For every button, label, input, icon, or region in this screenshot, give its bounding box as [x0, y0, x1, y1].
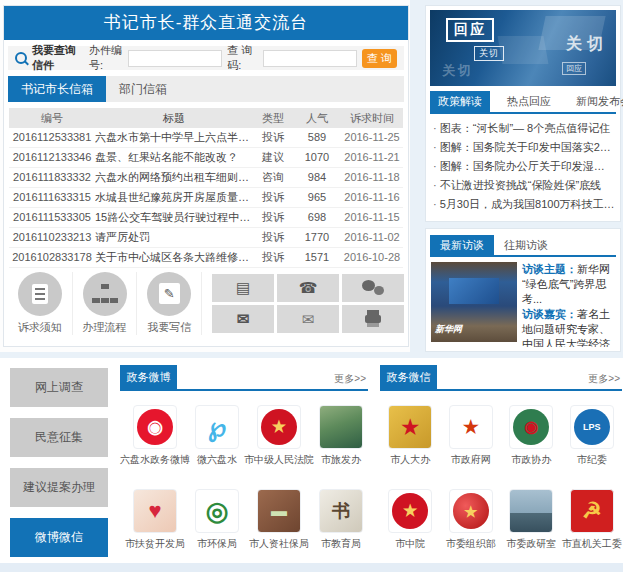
- letter-title[interactable]: 六盘水的网络预约出租车细则什么时候出台: [95, 168, 253, 187]
- weibo-account[interactable]: ℘ 微六盘水: [190, 405, 244, 467]
- heart-icon: ♥: [148, 500, 161, 522]
- weibo-account[interactable]: ◎ 市环保局: [190, 489, 244, 551]
- account-icon: ★: [388, 489, 432, 533]
- interview-panel: 最新访谈 往期访谈 新华网 访谈主题：新华网“绿色底气”跨界思考... 访谈嘉宾…: [425, 228, 621, 352]
- gov-weibo-header: 政务微博 更多>>: [120, 365, 368, 391]
- col-header-title: 标题: [95, 108, 253, 128]
- panel-title: 书记市长-群众直通交流台: [4, 6, 408, 40]
- bottom-section: 网上调查 民意征集 建议提案办理 微博微信 政务微博 更多>> ◉ 六盘水政务微…: [0, 358, 623, 563]
- letter-title[interactable]: 15路公交车驾驶员行驶过程中买早餐！: [95, 208, 253, 227]
- wechat-account[interactable]: ☭ 市直机关工委: [562, 489, 623, 551]
- letter-title[interactable]: 请严厉处罚: [95, 228, 253, 247]
- tab-latest-interview[interactable]: 最新访谈: [430, 235, 494, 255]
- sidebar-item-opinion-collection[interactable]: 民意征集: [10, 418, 108, 457]
- account-badge: [323, 409, 359, 445]
- account-label: 市政协办: [501, 453, 562, 467]
- tab-gov-wechat[interactable]: 政务微信: [380, 365, 437, 389]
- sidebar-item-weibo-wechat[interactable]: 微博微信: [10, 518, 108, 557]
- letter-type: 投诉: [253, 208, 293, 227]
- account-icon: ℘: [195, 405, 239, 449]
- mail-icon: [237, 310, 250, 328]
- letter-title[interactable]: 盘景、红果站名能不能改改？: [95, 148, 253, 167]
- letter-type: 建议: [253, 148, 293, 167]
- table-row[interactable]: 2016112133346 盘景、红果站名能不能改改？ 建议 1070 2016…: [9, 148, 403, 168]
- news-item[interactable]: 5月30日，成为我国8100万科技工作者的...: [433, 195, 615, 214]
- notice-icon: [18, 272, 62, 316]
- table-row[interactable]: 2016110233213 请严厉处罚 投诉 1770 2016-11-02: [9, 228, 403, 248]
- tab-press-conference[interactable]: 新闻发布会: [568, 91, 623, 112]
- news-item[interactable]: 图表：“河长制”— 8个亮点值得记住: [433, 119, 615, 138]
- national-emblem-icon: ★: [401, 417, 419, 437]
- table-row[interactable]: 2016112533381 六盘水市第十中学早上六点半就开始播放广... 投诉 …: [9, 128, 403, 148]
- account-icon: ◉: [509, 405, 553, 449]
- weibo-account[interactable]: 书 市教育局: [314, 489, 368, 551]
- action-bar: 诉求须知 办理流程 ✎ 我要写信: [8, 264, 404, 342]
- wechat-account[interactable]: ◉ 市政协办: [501, 405, 562, 467]
- letter-type: 投诉: [253, 188, 293, 207]
- printer-button[interactable]: [342, 305, 404, 333]
- news-item[interactable]: 不让激进投资挑战“保险姓保”底线: [433, 176, 615, 195]
- mailbox-tabs: 书记市长信箱 部门信箱: [8, 76, 404, 102]
- respond-concern-banner[interactable]: 回应 关切 关切 回应 关切: [430, 10, 616, 86]
- star-icon: ★: [272, 419, 286, 435]
- mail-open-button[interactable]: [277, 305, 339, 333]
- case-number-input[interactable]: [128, 50, 222, 67]
- weibo-account[interactable]: ★ 市中级人民法院: [244, 405, 314, 467]
- star-icon: ★: [403, 503, 417, 519]
- account-icon: ★: [257, 405, 301, 449]
- wechat-button[interactable]: [342, 274, 404, 302]
- letter-search-bar: 我要查询信件 办件编号: 查 询 码: 查 询: [8, 46, 404, 70]
- weibo-account[interactable]: ◉ 六盘水政务微博: [120, 405, 190, 467]
- table-row[interactable]: 2016111633315 水城县世纪豫苑房开房屋质量问题不处理！ 投诉 965…: [9, 188, 403, 208]
- interview-body: 新华网 访谈主题：新华网“绿色底气”跨界思考... 访谈嘉宾：著名土地问题研究专…: [431, 262, 616, 347]
- wechat-account[interactable]: LPS 市纪委: [562, 405, 623, 467]
- account-label: 市委组织部: [441, 537, 502, 551]
- sidebar-item-proposal-handling[interactable]: 建议提案办理: [10, 468, 108, 507]
- account-icon: ◎: [195, 489, 239, 533]
- contact-card-button[interactable]: [212, 274, 274, 302]
- tab-gov-weibo[interactable]: 政务微博: [120, 365, 177, 389]
- letters-table: 编号 标题 类型 人气 诉求时间 2016112533381 六盘水市第十中学早…: [9, 108, 403, 268]
- letter-title[interactable]: 六盘水市第十中学早上六点半就开始播放广...: [95, 128, 253, 147]
- appeal-notice-button[interactable]: 诉求须知: [8, 272, 73, 335]
- news-item[interactable]: 图解：国务院关于印发中国落实2030年...: [433, 138, 615, 157]
- tab-department-mailbox[interactable]: 部门信箱: [106, 76, 180, 102]
- wechat-account[interactable]: ★ 市委组织部: [441, 489, 502, 551]
- account-label: 市委政研室: [501, 537, 562, 551]
- more-link[interactable]: 更多>>: [588, 372, 620, 386]
- account-label: 市扶贫开发局: [120, 537, 190, 551]
- letter-date: 2016-11-18: [341, 168, 403, 187]
- tab-secretary-mayor-mailbox[interactable]: 书记市长信箱: [8, 76, 106, 102]
- tab-past-interviews[interactable]: 往期访谈: [494, 235, 558, 255]
- national-emblem-icon: ★: [463, 418, 479, 436]
- bottom-strip: [0, 563, 623, 572]
- letter-id: 2016111533305: [9, 208, 95, 227]
- table-row[interactable]: 2016111833332 六盘水的网络预约出租车细则什么时候出台 咨询 984…: [9, 168, 403, 188]
- account-label: 六盘水政务微博: [120, 453, 190, 467]
- tab-policy-interpretation[interactable]: 政策解读: [430, 91, 490, 112]
- letter-date: 2016-11-21: [341, 148, 403, 167]
- mail-button[interactable]: [212, 305, 274, 333]
- account-icon: 书: [319, 489, 363, 533]
- write-letter-button[interactable]: ✎ 我要写信: [137, 272, 202, 335]
- wechat-account[interactable]: ★ 市中院: [380, 489, 441, 551]
- letter-title[interactable]: 水城县世纪豫苑房开房屋质量问题不处理！: [95, 188, 253, 207]
- card-photo-icon: ▬: [257, 489, 301, 533]
- more-link[interactable]: 更多>>: [334, 372, 366, 386]
- query-code-input[interactable]: [263, 50, 357, 67]
- interview-thumbnail[interactable]: 新华网: [431, 262, 517, 342]
- table-row[interactable]: 2016111533305 15路公交车驾驶员行驶过程中买早餐！ 投诉 698 …: [9, 208, 403, 228]
- weibo-account[interactable]: 市旅发办: [314, 405, 368, 467]
- weibo-account[interactable]: ▬ 市人资社保局: [244, 489, 314, 551]
- case-number-label: 办件编号:: [89, 43, 123, 73]
- wechat-account[interactable]: 市委政研室: [501, 489, 562, 551]
- wechat-account[interactable]: ★ 市政府网: [441, 405, 502, 467]
- sidebar-item-online-survey[interactable]: 网上调查: [10, 368, 108, 407]
- phone-button[interactable]: [277, 274, 339, 302]
- tab-hot-response[interactable]: 热点回应: [499, 91, 559, 112]
- news-item[interactable]: 图解：国务院办公厅关于印发湿地保护...: [433, 157, 615, 176]
- query-button[interactable]: 查 询: [362, 49, 397, 68]
- weibo-account[interactable]: ♥ 市扶贫开发局: [120, 489, 190, 551]
- wechat-account[interactable]: ★ 市人大办: [380, 405, 441, 467]
- process-flow-button[interactable]: 办理流程: [73, 272, 138, 335]
